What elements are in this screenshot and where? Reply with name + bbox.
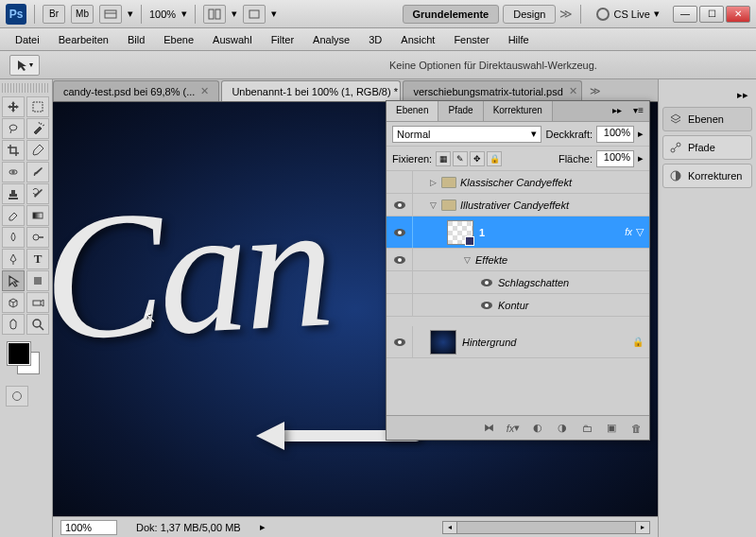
eye-icon[interactable] bbox=[394, 338, 405, 346]
type-tool[interactable]: T bbox=[26, 249, 49, 269]
dock-ebenen[interactable]: Ebenen bbox=[662, 107, 752, 131]
link-layers-button[interactable]: ⧓ bbox=[481, 421, 496, 436]
menu-filter[interactable]: Filter bbox=[264, 31, 301, 48]
brush-tool[interactable] bbox=[26, 162, 49, 182]
eye-icon[interactable] bbox=[481, 302, 492, 309]
layer-group-2[interactable]: ▽ Illustrativer Candyeffekt bbox=[387, 194, 649, 217]
eye-icon[interactable] bbox=[394, 201, 405, 209]
eraser-tool[interactable] bbox=[2, 205, 25, 226]
panel-tab-ebenen[interactable]: Ebenen bbox=[387, 101, 438, 121]
menu-3d[interactable]: 3D bbox=[361, 31, 389, 48]
screen-mode-dropdown[interactable]: ▾ bbox=[271, 8, 277, 20]
tabs-overflow[interactable]: ≫ bbox=[584, 81, 607, 101]
horizontal-scrollbar[interactable] bbox=[442, 521, 650, 534]
zoom-tool[interactable] bbox=[26, 314, 49, 335]
menu-ebene[interactable]: Ebene bbox=[156, 31, 201, 48]
stamp-tool[interactable] bbox=[2, 183, 25, 204]
blur-tool[interactable] bbox=[2, 227, 25, 248]
layer-effect-0[interactable]: Schlagschatten bbox=[387, 271, 649, 294]
workspace-grundelemente[interactable]: Grundelemente bbox=[403, 5, 500, 24]
healing-tool[interactable] bbox=[2, 162, 25, 182]
dodge-tool[interactable] bbox=[26, 227, 49, 248]
hand-tool[interactable] bbox=[2, 314, 25, 335]
opacity-input[interactable]: 100% bbox=[596, 126, 634, 143]
dock-korrekturen[interactable]: Korrekturen bbox=[662, 164, 752, 188]
disclosure-icon[interactable]: ▽ bbox=[464, 255, 475, 265]
workspace-more[interactable]: ≫ bbox=[559, 7, 573, 21]
doc-tab-2[interactable]: verschiebungsmatrix-tutorial.psd✕ bbox=[403, 80, 582, 101]
menu-ansicht[interactable]: Ansicht bbox=[393, 31, 442, 48]
cs-live-button[interactable]: CS Live ▾ bbox=[596, 8, 660, 21]
move-tool[interactable] bbox=[2, 96, 25, 117]
menu-analyse[interactable]: Analyse bbox=[305, 31, 357, 48]
new-group-button[interactable]: 🗀 bbox=[579, 421, 594, 436]
doc-tab-1[interactable]: Unbenannt-1 bei 100% (1, RGB/8) *✕ bbox=[221, 80, 401, 101]
bridge-button[interactable]: Br bbox=[43, 5, 65, 24]
disclosure-icon[interactable]: ▷ bbox=[430, 178, 441, 187]
lock-pixels-button[interactable]: ✎ bbox=[453, 151, 468, 166]
quick-mask-button[interactable] bbox=[6, 386, 28, 407]
layer-style-button[interactable]: fx▾ bbox=[506, 421, 521, 436]
path-select-tool[interactable] bbox=[2, 270, 25, 291]
fill-input[interactable]: 100% bbox=[596, 150, 634, 167]
doc-tab-0[interactable]: candy-test.psd bei 69,8% (...✕ bbox=[53, 80, 219, 101]
eye-icon[interactable] bbox=[394, 256, 405, 264]
eyedropper-tool[interactable] bbox=[26, 140, 49, 161]
gradient-tool[interactable] bbox=[26, 205, 49, 226]
pen-tool[interactable] bbox=[2, 249, 25, 269]
menu-bearbeiten[interactable]: Bearbeiten bbox=[51, 31, 116, 48]
layer-selected[interactable]: 1 fx ▽ bbox=[387, 217, 649, 249]
layer-effects-header[interactable]: ▽ Effekte bbox=[387, 249, 649, 271]
lock-position-button[interactable]: ✥ bbox=[470, 151, 485, 166]
wand-tool[interactable] bbox=[26, 118, 49, 139]
minibridge-button[interactable]: Mb bbox=[71, 5, 94, 24]
workspace-design[interactable]: Design bbox=[503, 5, 556, 24]
panel-menu-button[interactable]: ▾≡ bbox=[627, 101, 649, 121]
window-maximize[interactable]: ☐ bbox=[699, 6, 724, 23]
fx-badge[interactable]: fx bbox=[625, 227, 632, 237]
layer-mask-button[interactable]: ◐ bbox=[530, 421, 545, 436]
panel-tab-korrekturen[interactable]: Korrekturen bbox=[484, 101, 553, 121]
layer-thumbnail[interactable] bbox=[430, 330, 456, 355]
new-layer-button[interactable]: ▣ bbox=[604, 421, 619, 436]
zoom-dropdown[interactable]: ▾ bbox=[181, 8, 187, 20]
view-extras-button[interactable] bbox=[99, 5, 122, 24]
arrange-dropdown[interactable]: ▾ bbox=[232, 8, 237, 20]
lasso-tool[interactable] bbox=[2, 118, 25, 139]
window-close[interactable]: ✕ bbox=[726, 6, 750, 23]
dock-collapse[interactable]: ▸▸ bbox=[662, 87, 752, 107]
crop-tool[interactable] bbox=[2, 140, 25, 161]
dock-pfade[interactable]: Pfade bbox=[662, 135, 752, 160]
lock-all-button[interactable]: 🔒 bbox=[487, 151, 502, 166]
close-icon[interactable]: ✕ bbox=[569, 85, 577, 97]
opacity-flyout[interactable]: ▸ bbox=[638, 128, 644, 140]
fx-disclosure[interactable]: ▽ bbox=[636, 226, 644, 238]
layer-group-1[interactable]: ▷ Klassischer Candyeffekt bbox=[387, 171, 649, 194]
menu-auswahl[interactable]: Auswahl bbox=[205, 31, 260, 48]
panel-collapse[interactable]: ▸▸ bbox=[607, 101, 627, 121]
layer-background[interactable]: Hintergrund 🔒 bbox=[387, 326, 649, 358]
delete-layer-button[interactable]: 🗑 bbox=[628, 421, 644, 436]
menu-hilfe[interactable]: Hilfe bbox=[501, 31, 537, 48]
close-icon[interactable]: ✕ bbox=[200, 85, 209, 97]
arrange-button[interactable] bbox=[203, 5, 226, 24]
3d-camera-tool[interactable] bbox=[26, 292, 49, 313]
shape-tool[interactable] bbox=[26, 270, 49, 291]
menu-bild[interactable]: Bild bbox=[120, 31, 152, 48]
fill-flyout[interactable]: ▸ bbox=[638, 152, 644, 165]
current-tool-indicator[interactable]: ▾ bbox=[9, 55, 40, 76]
adjustment-layer-button[interactable]: ◑ bbox=[555, 421, 570, 436]
eye-icon[interactable] bbox=[394, 229, 405, 236]
tools-grip[interactable] bbox=[2, 83, 50, 93]
menu-fenster[interactable]: Fenster bbox=[446, 31, 496, 48]
color-swatches[interactable] bbox=[8, 342, 45, 380]
eye-icon[interactable] bbox=[481, 279, 492, 286]
zoom-input[interactable]: 100% bbox=[60, 520, 117, 535]
disclosure-icon[interactable]: ▽ bbox=[430, 200, 441, 210]
menu-datei[interactable]: Datei bbox=[8, 31, 47, 48]
zoom-level[interactable]: 100% bbox=[149, 9, 176, 20]
app-icon[interactable]: Ps bbox=[6, 4, 26, 25]
layer-thumbnail[interactable] bbox=[447, 220, 473, 245]
history-brush-tool[interactable] bbox=[26, 183, 49, 204]
window-minimize[interactable]: — bbox=[673, 6, 697, 23]
